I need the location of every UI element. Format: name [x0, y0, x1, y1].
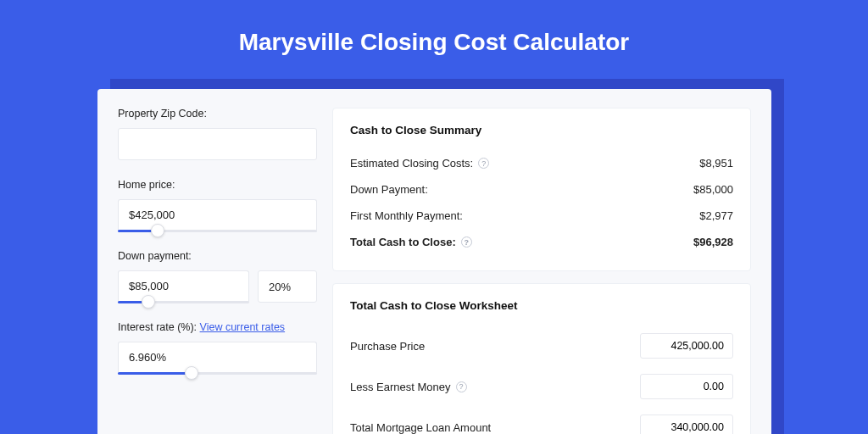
zip-input[interactable] [118, 128, 317, 160]
worksheet-row-input[interactable] [640, 333, 733, 359]
rate-thumb[interactable] [185, 366, 198, 380]
summary-row-value: $8,951 [699, 157, 733, 170]
worksheet-row-input[interactable] [640, 374, 733, 399]
summary-row: First Monthly Payment:$2,977 [350, 203, 733, 229]
worksheet-row: Purchase Price [350, 326, 733, 366]
down-slider[interactable] [118, 270, 249, 303]
rate-label-row: Interest rate (%): View current rates [118, 321, 317, 333]
summary-row-value: $2,977 [699, 209, 733, 222]
help-icon[interactable]: ? [461, 236, 472, 248]
summary-row: Estimated Closing Costs:?$8,951 [350, 150, 733, 176]
summary-title: Cash to Close Summary [350, 124, 733, 136]
worksheet-row: Total Mortgage Loan Amount [350, 407, 733, 434]
down-thumb[interactable] [142, 295, 155, 309]
worksheet-row: Less Earnest Money? [350, 366, 733, 407]
price-slider[interactable] [118, 199, 317, 231]
summary-row-label: Down Payment: [350, 183, 428, 196]
worksheet-row-label: Less Earnest Money [350, 381, 451, 393]
rate-slider[interactable] [118, 342, 317, 374]
worksheet-row-label: Purchase Price [350, 340, 425, 353]
rate-input[interactable] [118, 342, 317, 374]
zip-group: Property Zip Code: [118, 108, 317, 160]
down-pct-input[interactable] [258, 270, 317, 303]
worksheet-row-input[interactable] [640, 415, 733, 434]
price-track [118, 230, 317, 232]
rate-group: Interest rate (%): View current rates [118, 321, 317, 374]
page-title: Marysville Closing Cost Calculator [0, 0, 868, 73]
summary-row-label: First Monthly Payment: [350, 209, 463, 222]
calculator-card: Property Zip Code: Home price: Down paym… [97, 89, 771, 434]
summary-total-row: Total Cash to Close: ? $96,928 [350, 229, 733, 255]
summary-total-label: Total Cash to Close: [350, 236, 456, 248]
down-label: Down payment: [118, 250, 317, 262]
down-input[interactable] [118, 270, 249, 303]
inputs-column: Property Zip Code: Home price: Down paym… [118, 108, 317, 434]
worksheet-panel: Total Cash to Close Worksheet Purchase P… [332, 283, 751, 434]
summary-row-value: $85,000 [693, 183, 733, 196]
rate-label: Interest rate (%): [118, 321, 197, 333]
rate-track [118, 372, 317, 375]
worksheet-row-label: Total Mortgage Loan Amount [350, 421, 491, 434]
view-rates-link[interactable]: View current rates [200, 321, 286, 333]
summary-row: Down Payment:$85,000 [350, 176, 733, 203]
price-label: Home price: [118, 179, 317, 191]
price-input[interactable] [118, 199, 317, 231]
help-icon[interactable]: ? [456, 381, 467, 392]
price-group: Home price: [118, 179, 317, 231]
help-icon[interactable]: ? [478, 158, 489, 169]
price-thumb[interactable] [151, 224, 164, 237]
down-group: Down payment: [118, 250, 317, 303]
summary-row-label: Estimated Closing Costs: [350, 157, 473, 170]
summary-panel: Cash to Close Summary Estimated Closing … [332, 108, 751, 271]
down-track [118, 301, 249, 303]
worksheet-title: Total Cash to Close Worksheet [350, 299, 733, 312]
results-column: Cash to Close Summary Estimated Closing … [332, 108, 751, 434]
zip-label: Property Zip Code: [118, 108, 317, 120]
summary-total-value: $96,928 [693, 236, 733, 248]
